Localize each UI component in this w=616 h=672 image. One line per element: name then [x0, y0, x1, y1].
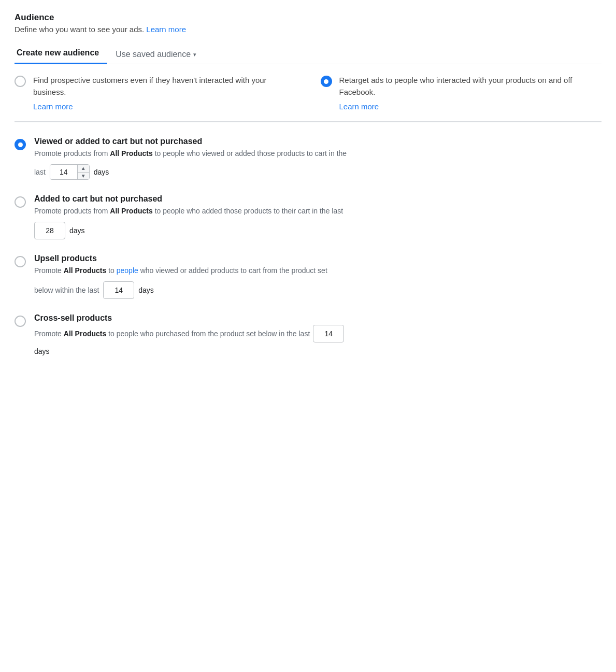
- days-input-wrap-viewed-added: ▲ ▼: [50, 164, 90, 180]
- tab-dropdown-caret: ▾: [193, 51, 196, 58]
- radio-upsell[interactable]: [15, 256, 26, 267]
- audience-card-retarget: Retarget ads to people who interacted wi…: [308, 75, 602, 111]
- radio-added-cart[interactable]: [15, 196, 26, 208]
- radio-viewed-added[interactable]: [15, 139, 26, 150]
- days-row-added-cart: days: [34, 222, 601, 239]
- audience-card-prospective: Find prospective customers even if they …: [15, 75, 308, 111]
- days-label-viewed-added: last: [34, 168, 46, 176]
- prospective-description: Find prospective customers even if they …: [33, 75, 296, 98]
- audience-header: Audience Define who you want to see your…: [15, 12, 601, 34]
- prospective-learn-more[interactable]: Learn more: [33, 102, 296, 111]
- radio-cross-sell[interactable]: [15, 316, 26, 327]
- option-viewed-added-desc: Promote products from All Products to pe…: [34, 148, 601, 159]
- days-text-viewed-added: days: [94, 168, 109, 176]
- option-upsell-title: Upsell products: [34, 254, 601, 263]
- tab-use-saved[interactable]: Use saved audience ▾: [107, 45, 198, 64]
- header-learn-more-link[interactable]: Learn more: [146, 25, 186, 34]
- days-input-added-cart[interactable]: [34, 222, 65, 239]
- option-viewed-added-title: Viewed or added to cart but not purchase…: [34, 137, 601, 146]
- retarget-option-cross-sell: Cross-sell products Promote All Products…: [15, 313, 601, 355]
- radio-retarget[interactable]: [321, 76, 332, 87]
- option-added-cart-title: Added to cart but not purchased: [34, 194, 601, 204]
- radio-prospective[interactable]: [15, 76, 26, 87]
- tab-create-new[interactable]: Create new audience: [15, 43, 107, 64]
- option-cross-sell-desc: Promote All Products to people who purch…: [34, 325, 601, 342]
- audience-tabs: Create new audience Use saved audience ▾: [15, 43, 601, 64]
- retarget-option-viewed-added: Viewed or added to cart but not purchase…: [15, 137, 601, 180]
- days-text-upsell: days: [138, 286, 154, 294]
- days-label-upsell: below within the last: [34, 286, 99, 294]
- radio-retarget-inner: [324, 79, 328, 84]
- spinner-down-viewed-added[interactable]: ▼: [78, 173, 89, 180]
- days-input-viewed-added[interactable]: [50, 165, 77, 179]
- retarget-description: Retarget ads to people who interacted wi…: [339, 75, 602, 98]
- days-row-viewed-added: last ▲ ▼ days: [34, 164, 601, 180]
- page-subtitle: Define who you want to see your ads. Lea…: [15, 25, 601, 34]
- page-title: Audience: [15, 12, 601, 23]
- spinner-viewed-added: ▲ ▼: [77, 165, 89, 179]
- days-input-upsell[interactable]: [103, 281, 134, 299]
- radio-viewed-added-inner: [18, 142, 23, 147]
- retarget-learn-more[interactable]: Learn more: [339, 102, 602, 111]
- days-input-cross-sell[interactable]: [313, 325, 344, 342]
- days-text-cross-sell: days: [34, 347, 50, 355]
- days-row-upsell: below within the last days: [34, 281, 601, 299]
- option-upsell-desc: Promote All Products to people who viewe…: [34, 265, 601, 276]
- retarget-options-section: Viewed or added to cart but not purchase…: [15, 122, 601, 355]
- option-cross-sell-title: Cross-sell products: [34, 313, 601, 323]
- audience-type-cards: Find prospective customers even if they …: [15, 64, 601, 122]
- option-added-cart-desc: Promote products from All Products to pe…: [34, 206, 601, 217]
- days-text-added-cart: days: [69, 226, 85, 235]
- retarget-option-added-cart: Added to cart but not purchased Promote …: [15, 194, 601, 239]
- retarget-option-upsell: Upsell products Promote All Products to …: [15, 254, 601, 299]
- spinner-up-viewed-added[interactable]: ▲: [78, 165, 89, 173]
